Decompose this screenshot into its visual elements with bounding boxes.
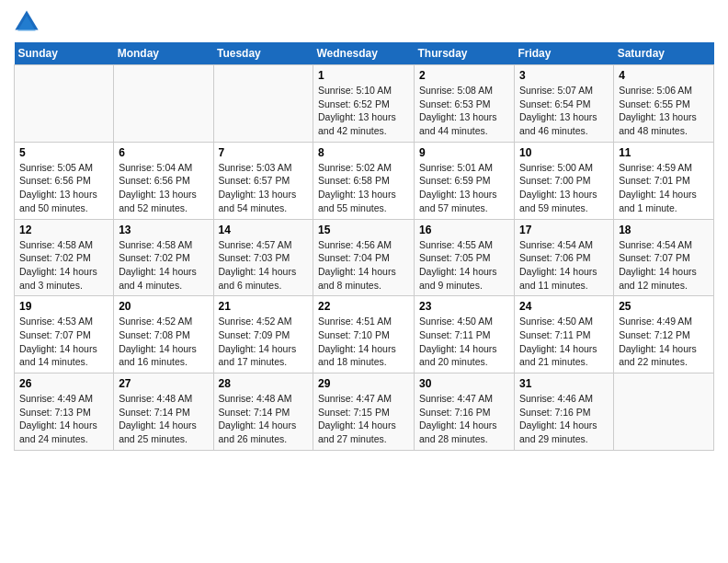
day-number: 3 (519, 69, 609, 82)
day-number: 2 (419, 69, 509, 82)
cell-content: Sunrise: 4:58 AMSunset: 7:02 PMDaylight:… (119, 238, 208, 293)
calendar-cell: 27Sunrise: 4:48 AMSunset: 7:14 PMDayligh… (114, 373, 213, 451)
day-number: 27 (119, 377, 208, 390)
day-number: 1 (318, 69, 409, 82)
day-number: 18 (619, 224, 709, 236)
page-container: SundayMondayTuesdayWednesdayThursdayFrid… (0, 0, 728, 460)
day-number: 7 (219, 146, 309, 159)
header (14, 9, 714, 35)
cell-content: Sunrise: 5:02 AMSunset: 6:58 PMDaylight:… (318, 161, 409, 215)
cell-content: Sunrise: 5:04 AMSunset: 6:56 PMDaylight:… (119, 161, 208, 215)
day-number: 14 (219, 224, 309, 236)
calendar-cell: 20Sunrise: 4:52 AMSunset: 7:08 PMDayligh… (114, 296, 213, 373)
calendar-cell: 25Sunrise: 4:49 AMSunset: 7:12 PMDayligh… (614, 296, 714, 373)
cell-content: Sunrise: 5:06 AMSunset: 6:55 PMDaylight:… (619, 84, 709, 138)
header-row: SundayMondayTuesdayWednesdayThursdayFrid… (15, 42, 714, 65)
calendar-cell: 1Sunrise: 5:10 AMSunset: 6:52 PMDaylight… (313, 65, 415, 143)
header-cell-monday: Monday (114, 42, 213, 65)
day-number: 10 (519, 146, 609, 159)
cell-content: Sunrise: 4:52 AMSunset: 7:08 PMDaylight:… (119, 315, 208, 369)
cell-content: Sunrise: 4:56 AMSunset: 7:04 PMDaylight:… (318, 238, 409, 293)
calendar-cell: 6Sunrise: 5:04 AMSunset: 6:56 PMDaylight… (114, 142, 213, 219)
cell-content: Sunrise: 4:49 AMSunset: 7:12 PMDaylight:… (619, 315, 709, 369)
cell-content: Sunrise: 4:50 AMSunset: 7:11 PMDaylight:… (419, 315, 509, 369)
calendar-cell: 22Sunrise: 4:51 AMSunset: 7:10 PMDayligh… (313, 296, 415, 373)
calendar-cell: 14Sunrise: 4:57 AMSunset: 7:03 PMDayligh… (213, 219, 313, 296)
calendar-cell: 15Sunrise: 4:56 AMSunset: 7:04 PMDayligh… (313, 219, 415, 296)
cell-content: Sunrise: 4:53 AMSunset: 7:07 PMDaylight:… (19, 315, 108, 369)
day-number: 5 (19, 146, 108, 159)
logo (14, 9, 42, 35)
day-number: 21 (219, 300, 309, 313)
calendar-cell (114, 65, 213, 143)
calendar-cell: 11Sunrise: 4:59 AMSunset: 7:01 PMDayligh… (614, 142, 714, 219)
calendar-cell: 10Sunrise: 5:00 AMSunset: 7:00 PMDayligh… (514, 142, 613, 219)
cell-content: Sunrise: 4:50 AMSunset: 7:11 PMDaylight:… (519, 315, 609, 369)
calendar-cell: 8Sunrise: 5:02 AMSunset: 6:58 PMDaylight… (313, 142, 415, 219)
cell-content: Sunrise: 4:54 AMSunset: 7:06 PMDaylight:… (519, 238, 609, 293)
calendar-cell (213, 65, 313, 143)
cell-content: Sunrise: 4:47 AMSunset: 7:16 PMDaylight:… (419, 392, 509, 446)
day-number: 15 (318, 224, 409, 236)
week-row-4: 19Sunrise: 4:53 AMSunset: 7:07 PMDayligh… (15, 296, 714, 373)
cell-content: Sunrise: 4:57 AMSunset: 7:03 PMDaylight:… (219, 238, 309, 293)
calendar-table: SundayMondayTuesdayWednesdayThursdayFrid… (14, 42, 714, 451)
calendar-cell: 5Sunrise: 5:05 AMSunset: 6:56 PMDaylight… (15, 142, 114, 219)
calendar-cell: 3Sunrise: 5:07 AMSunset: 6:54 PMDaylight… (514, 65, 613, 143)
day-number: 22 (318, 300, 409, 313)
calendar-cell (614, 373, 714, 451)
header-cell-wednesday: Wednesday (313, 42, 415, 65)
day-number: 8 (318, 146, 409, 159)
cell-content: Sunrise: 4:59 AMSunset: 7:01 PMDaylight:… (619, 161, 709, 215)
cell-content: Sunrise: 5:00 AMSunset: 7:00 PMDaylight:… (519, 161, 609, 215)
calendar-cell: 2Sunrise: 5:08 AMSunset: 6:53 PMDaylight… (414, 65, 514, 143)
calendar-cell: 29Sunrise: 4:47 AMSunset: 7:15 PMDayligh… (313, 373, 415, 451)
day-number: 24 (519, 300, 609, 313)
day-number: 4 (619, 69, 709, 82)
header-cell-thursday: Thursday (414, 42, 514, 65)
cell-content: Sunrise: 4:47 AMSunset: 7:15 PMDaylight:… (318, 392, 409, 446)
week-row-5: 26Sunrise: 4:49 AMSunset: 7:13 PMDayligh… (15, 373, 714, 451)
header-cell-saturday: Saturday (614, 42, 714, 65)
day-number: 12 (19, 224, 108, 236)
day-number: 23 (419, 300, 509, 313)
header-cell-tuesday: Tuesday (213, 42, 313, 65)
calendar-cell: 9Sunrise: 5:01 AMSunset: 6:59 PMDaylight… (414, 142, 514, 219)
cell-content: Sunrise: 5:08 AMSunset: 6:53 PMDaylight:… (419, 84, 509, 138)
calendar-cell: 26Sunrise: 4:49 AMSunset: 7:13 PMDayligh… (15, 373, 114, 451)
cell-content: Sunrise: 4:46 AMSunset: 7:16 PMDaylight:… (519, 392, 609, 446)
day-number: 17 (519, 224, 609, 236)
cell-content: Sunrise: 4:54 AMSunset: 7:07 PMDaylight:… (619, 238, 709, 293)
day-number: 19 (19, 300, 108, 313)
calendar-cell: 28Sunrise: 4:48 AMSunset: 7:14 PMDayligh… (213, 373, 313, 451)
week-row-1: 1Sunrise: 5:10 AMSunset: 6:52 PMDaylight… (15, 65, 714, 143)
day-number: 13 (119, 224, 208, 236)
calendar-cell: 30Sunrise: 4:47 AMSunset: 7:16 PMDayligh… (414, 373, 514, 451)
week-row-3: 12Sunrise: 4:58 AMSunset: 7:02 PMDayligh… (15, 219, 714, 296)
calendar-cell: 31Sunrise: 4:46 AMSunset: 7:16 PMDayligh… (514, 373, 613, 451)
calendar-cell: 21Sunrise: 4:52 AMSunset: 7:09 PMDayligh… (213, 296, 313, 373)
week-row-2: 5Sunrise: 5:05 AMSunset: 6:56 PMDaylight… (15, 142, 714, 219)
cell-content: Sunrise: 4:52 AMSunset: 7:09 PMDaylight:… (219, 315, 309, 369)
logo-icon (14, 9, 40, 35)
cell-content: Sunrise: 5:05 AMSunset: 6:56 PMDaylight:… (19, 161, 108, 215)
cell-content: Sunrise: 4:58 AMSunset: 7:02 PMDaylight:… (19, 238, 108, 293)
day-number: 29 (318, 377, 409, 390)
calendar-cell: 12Sunrise: 4:58 AMSunset: 7:02 PMDayligh… (15, 219, 114, 296)
day-number: 28 (219, 377, 309, 390)
day-number: 20 (119, 300, 208, 313)
day-number: 16 (419, 224, 509, 236)
day-number: 31 (519, 377, 609, 390)
calendar-cell: 7Sunrise: 5:03 AMSunset: 6:57 PMDaylight… (213, 142, 313, 219)
day-number: 9 (419, 146, 509, 159)
cell-content: Sunrise: 5:07 AMSunset: 6:54 PMDaylight:… (519, 84, 609, 138)
cell-content: Sunrise: 4:49 AMSunset: 7:13 PMDaylight:… (19, 392, 108, 446)
calendar-cell: 23Sunrise: 4:50 AMSunset: 7:11 PMDayligh… (414, 296, 514, 373)
header-cell-friday: Friday (514, 42, 613, 65)
calendar-cell: 19Sunrise: 4:53 AMSunset: 7:07 PMDayligh… (15, 296, 114, 373)
cell-content: Sunrise: 5:03 AMSunset: 6:57 PMDaylight:… (219, 161, 309, 215)
calendar-cell: 17Sunrise: 4:54 AMSunset: 7:06 PMDayligh… (514, 219, 613, 296)
day-number: 11 (619, 146, 709, 159)
day-number: 25 (619, 300, 709, 313)
calendar-cell: 18Sunrise: 4:54 AMSunset: 7:07 PMDayligh… (614, 219, 714, 296)
